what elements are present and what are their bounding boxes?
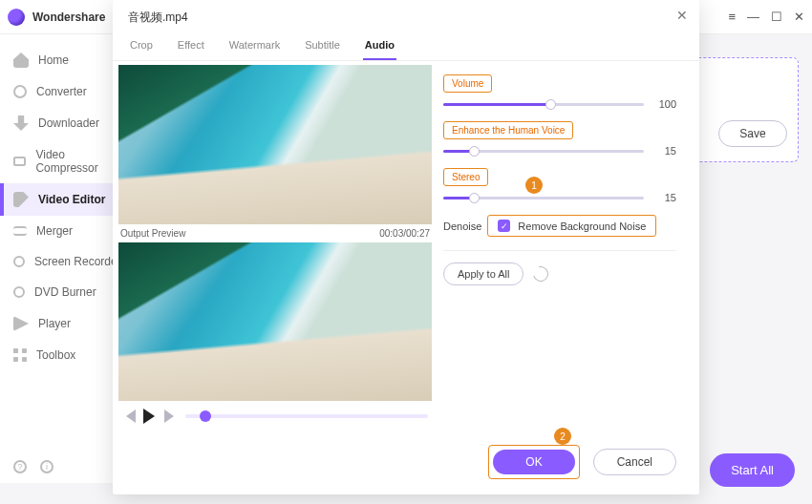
tab-subtitle[interactable]: Subtitle	[303, 33, 342, 60]
sidebar-item-label: Downloader	[38, 116, 99, 130]
checkbox-checked-icon[interactable]: ✓	[498, 220, 510, 232]
stereo-label: Stereo	[443, 168, 488, 186]
cancel-label: Cancel	[617, 455, 652, 469]
divider	[443, 250, 676, 251]
ok-highlight-box: OK	[488, 445, 579, 479]
ok-label: OK	[525, 455, 542, 469]
downloader-icon	[13, 116, 29, 131]
play-icon[interactable]	[143, 409, 157, 424]
editor-modal: 音视频.mp4 ✕ Crop Effect Watermark Subtitle…	[113, 0, 699, 494]
recorder-icon	[13, 256, 25, 267]
start-all-button[interactable]: Start All	[710, 453, 795, 487]
tab-audio[interactable]: Audio	[363, 33, 396, 60]
volume-slider[interactable]	[443, 103, 644, 106]
apply-to-all-button[interactable]: Apply to All	[443, 262, 524, 285]
editor-icon	[13, 192, 29, 207]
tab-effect[interactable]: Effect	[176, 33, 206, 60]
close-window-icon[interactable]: ✕	[794, 10, 804, 24]
audio-panel: Volume 100 Enhance the Human Voice 15 St…	[438, 61, 699, 431]
timeline-slider[interactable]	[185, 414, 428, 418]
sidebar-item-label: Video Compressor	[35, 148, 125, 175]
sidebar-item-label: Toolbox	[36, 348, 75, 362]
tab-crop[interactable]: Crop	[128, 33, 155, 60]
menu-icon[interactable]: ≡	[728, 10, 736, 24]
denoise-label: Denoise	[443, 220, 481, 232]
sidebar-item-label: Player	[38, 317, 71, 330]
maximize-icon[interactable]: ☐	[771, 10, 782, 24]
sidebar-item-label: DVD Burner	[34, 285, 96, 299]
time-display: 00:03/00:27	[379, 228, 430, 239]
info-icon[interactable]: i	[40, 460, 53, 473]
tab-watermark[interactable]: Watermark	[227, 33, 282, 60]
save-label: Save	[739, 127, 765, 140]
video-frame-icon	[118, 65, 432, 224]
window-controls: ≡ — ☐ ✕	[728, 10, 804, 24]
modal-title: 音视频.mp4	[113, 0, 699, 30]
converter-icon	[13, 85, 27, 98]
source-preview	[118, 65, 432, 224]
volume-label: Volume	[443, 74, 492, 93]
annotation-badge-1: 1	[525, 177, 543, 194]
start-all-label: Start All	[731, 463, 774, 477]
stereo-value: 15	[644, 192, 676, 203]
sidebar-item-label: Home	[38, 53, 69, 67]
enhance-voice-value: 15	[644, 145, 676, 157]
video-frame-icon	[118, 242, 432, 402]
stereo-slider[interactable]	[443, 197, 644, 200]
remove-noise-option[interactable]: ✓ Remove Background Noise	[487, 215, 656, 237]
sidebar-item-label: Video Editor	[38, 193, 105, 206]
modal-footer: 2 OK Cancel	[113, 431, 699, 494]
annotation-badge-2: 2	[554, 428, 571, 445]
sidebar-item-label: Screen Recorder	[34, 255, 121, 268]
close-icon[interactable]: ✕	[676, 8, 688, 23]
app-logo-icon	[8, 9, 25, 26]
sidebar-item-label: Converter	[36, 85, 87, 98]
ok-button[interactable]: OK	[493, 450, 574, 474]
app-brand: Wondershare	[32, 10, 105, 24]
merger-icon	[13, 226, 27, 236]
home-icon	[13, 52, 29, 68]
compressor-icon	[13, 157, 26, 166]
playback-controls	[118, 401, 432, 431]
toolbox-icon	[13, 348, 27, 362]
output-preview	[118, 242, 432, 402]
apply-to-all-label: Apply to All	[458, 268, 509, 280]
player-icon	[13, 316, 29, 331]
cancel-button[interactable]: Cancel	[593, 449, 676, 475]
output-preview-label: Output Preview	[120, 228, 185, 239]
dvd-icon	[13, 286, 25, 298]
minimize-icon[interactable]: —	[747, 10, 759, 24]
prev-frame-icon[interactable]	[122, 410, 136, 423]
reset-icon[interactable]	[530, 263, 551, 284]
help-icon[interactable]: ?	[13, 460, 27, 473]
volume-value: 100	[644, 98, 676, 110]
next-frame-icon[interactable]	[164, 410, 178, 423]
preview-column: Output Preview 00:03/00:27	[113, 61, 438, 431]
enhance-voice-slider[interactable]	[443, 150, 644, 153]
sidebar-item-label: Merger	[36, 224, 73, 238]
remove-noise-label: Remove Background Noise	[518, 220, 646, 232]
enhance-voice-label: Enhance the Human Voice	[443, 121, 573, 139]
editor-tabs: Crop Effect Watermark Subtitle Audio	[113, 30, 699, 61]
sidebar-footer: ? i	[13, 460, 53, 473]
save-button[interactable]: Save	[718, 120, 787, 147]
